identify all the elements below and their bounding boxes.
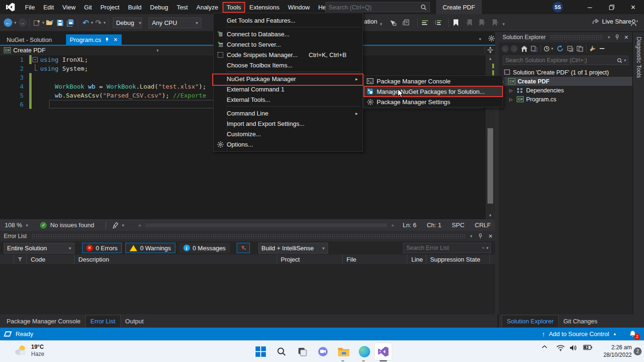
- solution-name-button[interactable]: Create PDF: [436, 0, 482, 14]
- navigate-to-icon[interactable]: [401, 17, 411, 28]
- switch-views-icon[interactable]: [531, 46, 537, 52]
- taskbar-clock[interactable]: 2:26 am 28/10/2022: [598, 344, 632, 359]
- menu-item-get-tools[interactable]: Get Tools and Features...: [214, 15, 363, 25]
- scrollbar-thumb[interactable]: [487, 128, 493, 204]
- column-line[interactable]: Line: [407, 255, 426, 264]
- filter-button[interactable]: [237, 243, 250, 253]
- menu-item-command-line[interactable]: Command Line ▸: [214, 108, 363, 118]
- menu-window[interactable]: Window: [284, 2, 314, 13]
- expander-collapsed-icon[interactable]: ▷: [508, 88, 514, 93]
- startup-project-combo-truncated[interactable]: ation: [364, 18, 377, 25]
- menu-extensions[interactable]: Extensions: [245, 2, 284, 13]
- solution-search-input[interactable]: [503, 57, 617, 64]
- panel-splitter[interactable]: [495, 32, 499, 314]
- open-file-icon[interactable]: [44, 17, 55, 28]
- column-description[interactable]: Description: [74, 255, 276, 264]
- taskbar-search-icon[interactable]: [274, 345, 289, 359]
- menu-tools[interactable]: Tools: [223, 2, 245, 13]
- eol-indicator[interactable]: CRLF: [475, 222, 491, 229]
- preview-selected-icon[interactable]: [600, 48, 604, 49]
- pin-icon[interactable]: [478, 233, 483, 239]
- close-panel-icon[interactable]: ✕: [624, 34, 628, 41]
- scope-dropdown[interactable]: Entire Solution▾: [4, 243, 74, 254]
- pin-icon[interactable]: [615, 34, 619, 40]
- horizontal-scrollbar[interactable]: [145, 223, 387, 227]
- pin-icon[interactable]: [105, 37, 109, 42]
- scroll-down-icon[interactable]: ▼: [486, 214, 495, 218]
- fold-gutter[interactable]: −: [32, 55, 40, 64]
- breadcrumb-project[interactable]: Create PDF: [13, 47, 46, 54]
- show-all-files-icon[interactable]: [577, 46, 583, 52]
- tree-node-dependencies[interactable]: ▷ Dependencies: [499, 86, 632, 95]
- tab-diagnostic-tools[interactable]: Diagnostic Tools: [636, 37, 642, 78]
- new-project-icon[interactable]: [32, 17, 42, 28]
- solution-platform-dropdown[interactable]: Any CPU▾: [149, 17, 201, 28]
- line-indicator[interactable]: Ln: 6: [403, 222, 416, 229]
- submenu-item-package-manager-console[interactable]: Package Manager Console: [363, 76, 503, 86]
- search-input[interactable]: [326, 4, 421, 11]
- menu-analyze[interactable]: Analyze: [192, 2, 222, 13]
- space-indicator[interactable]: SPC: [452, 222, 464, 229]
- close-button[interactable]: ✕: [622, 0, 644, 14]
- zoom-dropdown-icon[interactable]: ▾: [26, 223, 28, 228]
- menu-view[interactable]: View: [58, 2, 80, 13]
- attach-to-process-icon[interactable]: [388, 17, 398, 28]
- teams-chat-icon[interactable]: [316, 345, 330, 359]
- tree-node-program-cs[interactable]: ▷ C# Program.cs: [499, 95, 632, 104]
- document-well-gear-icon[interactable]: [488, 35, 495, 41]
- error-search-input[interactable]: [404, 245, 482, 251]
- menu-item-options[interactable]: Options...: [214, 139, 363, 149]
- fold-collapse-icon[interactable]: −: [33, 57, 38, 62]
- filter-dropdown-icon[interactable]: ▾: [551, 46, 553, 51]
- battery-icon[interactable]: [583, 345, 592, 350]
- submenu-item-package-manager-settings[interactable]: Package Manager Settings: [363, 97, 503, 107]
- column-file[interactable]: File: [342, 255, 407, 264]
- tree-node-solution[interactable]: Solution 'Create PDF' (1 of 1 project): [499, 68, 632, 77]
- solution-explorer-search-box[interactable]: ▾: [503, 56, 628, 65]
- submenu-item-manage-nuget-packages[interactable]: Manage NuGet Packages for Solution...: [363, 86, 503, 97]
- feedback-person-icon[interactable]: [629, 17, 639, 28]
- scroll-up-icon[interactable]: ▲: [486, 55, 495, 61]
- code-cleanup-dropdown-icon[interactable]: ▾: [122, 223, 124, 228]
- tab-solution-explorer[interactable]: Solution Explorer: [502, 315, 559, 327]
- properties-wrench-icon[interactable]: [589, 45, 596, 52]
- issues-status[interactable]: No issues found: [50, 222, 94, 229]
- pending-changes-filter-icon[interactable]: [544, 46, 550, 52]
- menu-item-nuget-package-manager[interactable]: NuGet Package Manager ▸: [214, 74, 363, 84]
- tree-node-project[interactable]: ◢ C# Create PDF: [499, 77, 632, 86]
- maximize-restore-button[interactable]: [601, 0, 622, 14]
- menu-edit[interactable]: Edit: [39, 2, 58, 13]
- panel-drag-texture[interactable]: [32, 234, 466, 239]
- split-window-handle[interactable]: [487, 47, 494, 53]
- tab-nuget-solution[interactable]: NuGet - Solution: [3, 34, 56, 45]
- save-all-icon[interactable]: [65, 17, 75, 28]
- menu-git[interactable]: Git: [80, 2, 96, 13]
- menu-debug[interactable]: Debug: [146, 2, 172, 13]
- zoom-level-dropdown[interactable]: 108 %: [5, 222, 22, 229]
- menu-item-customize[interactable]: Customize...: [214, 129, 363, 139]
- chevron-down-icon[interactable]: ▾: [380, 22, 382, 26]
- bookmark-dropdown-icon[interactable]: ▾: [503, 22, 505, 26]
- menu-test[interactable]: Test: [173, 2, 192, 13]
- menu-item-import-export-settings[interactable]: Import and Export Settings...: [214, 118, 363, 129]
- tab-program-cs[interactable]: Program.cs ✕: [66, 34, 122, 45]
- tab-git-changes[interactable]: Git Changes: [559, 315, 602, 327]
- home-icon[interactable]: [521, 46, 528, 52]
- toggle-bookmark-icon[interactable]: [451, 17, 461, 28]
- menu-item-external-tools[interactable]: External Tools...: [214, 94, 363, 105]
- menu-item-external-command-1[interactable]: External Command 1: [214, 84, 363, 94]
- menu-build[interactable]: Build: [124, 2, 146, 13]
- minimize-button[interactable]: ─: [579, 0, 601, 14]
- close-panel-icon[interactable]: ✕: [488, 233, 493, 239]
- column-indicator[interactable]: Ch: 1: [427, 222, 441, 229]
- wifi-icon[interactable]: [556, 345, 565, 351]
- breadcrumb-dropdown-icon[interactable]: ▾: [157, 48, 159, 53]
- navigate-backward-dropdown-icon[interactable]: ▾: [14, 20, 17, 25]
- errors-filter-button[interactable]: ✕ 0 Errors: [82, 243, 122, 253]
- severity-column-icon[interactable]: [14, 255, 27, 264]
- window-position-dropdown-icon[interactable]: ▾: [470, 234, 472, 239]
- comment-lines-icon[interactable]: [420, 17, 430, 28]
- start-button[interactable]: [254, 345, 268, 359]
- add-to-source-control-button[interactable]: ↑ Add to Source Control ▲: [542, 330, 617, 338]
- speaker-icon[interactable]: [570, 345, 578, 351]
